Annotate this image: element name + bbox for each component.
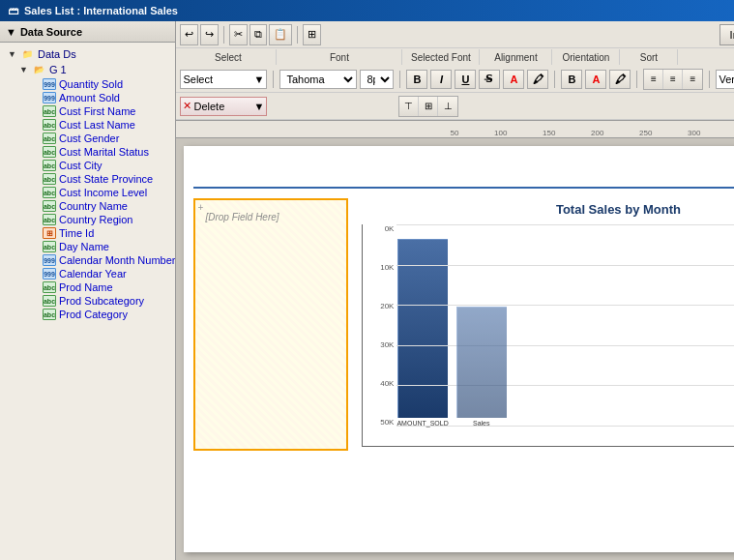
ruler: 50 100 150 200 250 300 350 400 450 500 [176, 121, 734, 138]
italic-button[interactable]: I [430, 70, 452, 89]
separator-1 [223, 26, 224, 44]
tree-arrow-g1: ▼ [19, 65, 31, 74]
toolbar-area: ↩ ↪ ✂ ⧉ 📋 ⊞ Insert Page Layout List Sele… [176, 21, 734, 121]
tree-item-timeid[interactable]: ⊞ Time Id [0, 226, 175, 240]
tree-label-amountsold: Amount Sold [59, 92, 120, 103]
separator-2 [297, 26, 298, 44]
tree-label-custlastname: Cust Last Name [59, 119, 135, 131]
text-icon-countryname: abc [43, 200, 56, 212]
undo-button[interactable]: ↩ [180, 24, 198, 45]
tree-item-custfirstname[interactable]: abc Cust First Name [0, 104, 175, 118]
text-icon-countryregion: abc [43, 214, 56, 225]
highlight-button[interactable]: 🖍 [527, 70, 548, 89]
tree-label-custfirstname: Cust First Name [59, 105, 135, 117]
selfont-color-button[interactable]: A [585, 70, 606, 89]
bold-button[interactable]: B [406, 70, 427, 89]
separator-3 [273, 71, 274, 88]
report-canvas: Customer S + [Drop Field Here] Total Sal… [184, 146, 734, 552]
report-header: Customer S [184, 146, 734, 187]
tree-item-dayname[interactable]: abc Day Name [0, 240, 175, 253]
text-icon-prodcat: abc [43, 309, 56, 320]
tree-label-calyear: Calendar Year [59, 268, 127, 280]
font-size-select[interactable]: 8pt [360, 70, 394, 89]
report-body: + [Drop Field Here] Total Sales by Month [184, 189, 734, 460]
ruler-mark-300: 300 [654, 129, 702, 137]
selfont-bold-button[interactable]: B [561, 70, 582, 89]
valign-top-btn[interactable]: ⊤ [399, 97, 419, 116]
numeric-icon-quantitysold: 999 [43, 78, 56, 90]
selfont-highlight-button[interactable]: 🖍 [609, 70, 631, 89]
drop-field-label: [Drop Field Here] [205, 212, 279, 222]
tree-arrow-datads: ▼ [8, 49, 19, 59]
delete-icon: ✕ [183, 100, 191, 112]
cut-button[interactable]: ✂ [229, 24, 248, 45]
numeric-icon-calmonthnum: 999 [43, 254, 56, 266]
tree-item-custincomelevel[interactable]: abc Cust Income Level [0, 186, 175, 199]
tree-label-datads: Data Ds [38, 48, 76, 60]
paste-button[interactable]: 📋 [269, 24, 292, 45]
tree-item-custgender[interactable]: abc Cust Gender [0, 132, 175, 145]
text-icon-prodsubcat: abc [43, 295, 56, 307]
panel-toggle-icon[interactable]: ▼ [6, 26, 16, 38]
align-center-btn[interactable]: ≡ [663, 70, 683, 89]
drop-field-area[interactable]: + [Drop Field Here] [193, 198, 348, 451]
tree-label-prodname: Prod Name [59, 281, 113, 293]
align-left-btn[interactable]: ≡ [644, 70, 663, 89]
tree-label-custincomelevel: Cust Income Level [59, 187, 147, 198]
drop-plus-icon: + [197, 202, 203, 213]
align-right-btn[interactable]: ≡ [683, 70, 702, 89]
tree-item-custmaritalstatus[interactable]: abc Cust Marital Status [0, 145, 175, 159]
orientation-label: Vertical [719, 74, 734, 85]
tree-item-prodcat[interactable]: abc Prod Category [0, 308, 175, 321]
orientation-dropdown[interactable]: Vertical ▼ [716, 70, 734, 89]
redo-button[interactable]: ↪ [200, 24, 219, 45]
tree-item-calyear[interactable]: 999 Calendar Year [0, 267, 175, 280]
toolbar-controls-row4: ✕ Delete ▼ ⊤ ⊞ ⊥ [176, 93, 734, 120]
tree-item-calmonthnum[interactable]: 999 Calendar Month Number [0, 253, 175, 267]
tree-label-prodcat: Prod Category [59, 309, 128, 320]
select-dropdown-arrow: ▼ [254, 74, 265, 85]
other-btn[interactable]: ⊞ [303, 24, 321, 45]
copy-button[interactable]: ⧉ [250, 24, 267, 45]
underline-button[interactable]: U [455, 70, 476, 89]
delete-arrow: ▼ [254, 101, 265, 112]
strikethrough-button[interactable]: S̶ [479, 70, 500, 89]
font-color-button[interactable]: A [503, 70, 524, 89]
tree-item-datads[interactable]: ▼ 📁 Data Ds [0, 46, 175, 62]
title-bar-text: Sales List : International Sales [24, 5, 178, 16]
ruler-mark-50: 50 [412, 129, 460, 137]
select-dropdown[interactable]: Select ▼ [180, 70, 267, 89]
tree-item-prodsubcat[interactable]: abc Prod Subcategory [0, 294, 175, 308]
y-label-20k: 20K [380, 302, 394, 310]
delete-dropdown[interactable]: ✕ Delete ▼ [180, 97, 267, 116]
tree-label-quantitysold: Quantity Sold [59, 78, 123, 90]
tree-item-prodname[interactable]: abc Prod Name [0, 280, 175, 294]
tab-insert[interactable]: Insert [719, 24, 734, 45]
bar-label-sales: Sales [473, 420, 490, 427]
select-label: Select [183, 74, 213, 85]
tree-item-countryname[interactable]: abc Country Name [0, 199, 175, 213]
tree-item-g1[interactable]: ▼ 📂 G 1 [0, 62, 175, 77]
valign-bot-btn[interactable]: ⊥ [438, 97, 457, 116]
text-icon-custincomelevel: abc [43, 187, 56, 198]
toolbar-labels: Select Font Selected Font Alignment Orie… [176, 48, 734, 66]
tree-item-quantitysold[interactable]: 999 Quantity Sold [0, 77, 175, 91]
tree-item-amountsold[interactable]: 999 Amount Sold [0, 91, 175, 104]
section-label-alignment: Alignment [480, 49, 552, 65]
bar-wrapper-sales: Sales [456, 307, 507, 427]
font-name-select[interactable]: Tahoma [279, 70, 357, 89]
tree-item-custcity[interactable]: abc Cust City [0, 159, 175, 172]
tree-item-countryregion[interactable]: abc Country Region [0, 213, 175, 226]
tree-label-prodsubcat: Prod Subcategory [59, 295, 144, 307]
separator-5 [554, 71, 555, 88]
valign-mid-btn[interactable]: ⊞ [419, 97, 438, 116]
tree-item-custlastname[interactable]: abc Cust Last Name [0, 118, 175, 132]
y-label-50k: 50K [380, 418, 394, 427]
ruler-mark-350: 350 [702, 129, 734, 137]
y-label-30k: 30K [380, 340, 394, 349]
chart-area: Total Sales by Month [358, 198, 734, 451]
toolbar-controls-row3: Select ▼ Tahoma 8pt B I U S̶ A � [176, 66, 734, 93]
bar-sales [456, 307, 507, 418]
bar-wrapper-amountsold: AMOUNT_SOLD [396, 239, 448, 427]
tree-item-custstateprovince[interactable]: abc Cust State Province [0, 172, 175, 186]
